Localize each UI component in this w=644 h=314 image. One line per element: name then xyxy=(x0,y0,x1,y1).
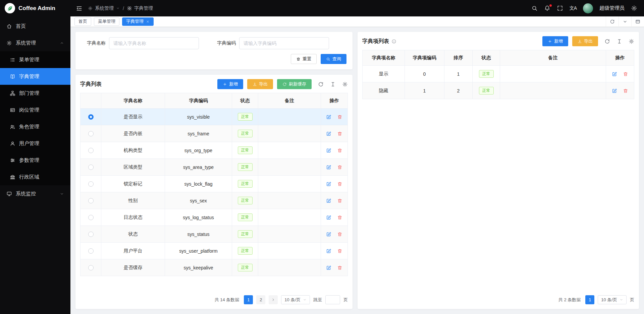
row-radio[interactable] xyxy=(88,148,94,153)
row-radio[interactable] xyxy=(88,165,94,170)
table-settings-button[interactable] xyxy=(629,39,634,44)
sidebar-item-role-mgmt[interactable]: 角色管理 xyxy=(0,118,70,135)
table-row[interactable]: 显示 0 1 正常 xyxy=(363,66,634,82)
delete-row-button[interactable] xyxy=(337,165,342,170)
sidebar-item-menu-mgmt[interactable]: 菜单管理 xyxy=(0,51,70,68)
page-size-select[interactable]: 10 条/页 xyxy=(598,295,627,304)
page-button-1[interactable]: 1 xyxy=(585,295,594,304)
delete-row-button[interactable] xyxy=(337,265,342,270)
sidebar-item-monitor[interactable]: 系统监控 xyxy=(0,185,70,202)
close-icon[interactable] xyxy=(146,20,150,23)
table-row[interactable]: 是否显示 sys_visible 正常 xyxy=(80,109,348,125)
sidebar-item-home[interactable]: 首页 xyxy=(0,18,70,35)
table-row[interactable]: 是否内嵌 sys_frame 正常 xyxy=(80,125,348,142)
delete-row-button[interactable] xyxy=(337,215,342,220)
table-row[interactable]: 锁定标记 sys_lock_flag 正常 xyxy=(80,176,348,192)
refresh-table-button[interactable] xyxy=(318,81,324,87)
maximize-content-button[interactable] xyxy=(631,16,644,26)
row-radio[interactable] xyxy=(88,265,94,270)
table-settings-button[interactable] xyxy=(342,81,348,87)
menu-fold-button[interactable] xyxy=(76,5,83,12)
page-button-2[interactable]: 2 xyxy=(256,295,265,304)
delete-row-button[interactable] xyxy=(337,248,342,254)
row-radio[interactable] xyxy=(88,198,94,203)
row-radio[interactable] xyxy=(88,215,94,220)
table-row[interactable]: 用户平台 sys_user_platform 正常 xyxy=(80,243,348,259)
jump-page-input[interactable] xyxy=(325,295,340,304)
edit-row-button[interactable] xyxy=(326,165,331,170)
tab-dict-mgmt[interactable]: 字典管理 xyxy=(122,17,154,26)
username[interactable]: 超级管理员 xyxy=(599,5,625,11)
table-density-button[interactable] xyxy=(616,39,622,44)
add-dict-button[interactable]: 新增 xyxy=(217,79,243,89)
sidebar-item-user-mgmt[interactable]: 用户管理 xyxy=(0,135,70,152)
edit-row-button[interactable] xyxy=(326,232,331,237)
edit-row-button[interactable] xyxy=(612,88,617,93)
table-density-button[interactable] xyxy=(330,81,336,87)
delete-row-button[interactable] xyxy=(337,148,342,153)
row-radio[interactable] xyxy=(88,248,94,254)
delete-row-button[interactable] xyxy=(337,181,342,187)
reset-button[interactable]: 重置 xyxy=(291,54,317,64)
refresh-tab-button[interactable] xyxy=(606,16,619,26)
edit-row-button[interactable] xyxy=(326,198,331,203)
delete-row-button[interactable] xyxy=(337,131,342,136)
settings-button[interactable] xyxy=(631,5,637,11)
sidebar-item-system[interactable]: 系统管理 xyxy=(0,35,70,51)
breadcrumb-system[interactable]: 系统管理 xyxy=(95,5,114,11)
tab-home[interactable]: 首页 xyxy=(74,17,91,26)
edit-row-button[interactable] xyxy=(326,215,331,220)
edit-row-button[interactable] xyxy=(326,248,331,254)
row-radio[interactable] xyxy=(88,131,94,136)
table-row[interactable]: 区域类型 sys_area_type 正常 xyxy=(80,159,348,176)
delete-row-button[interactable] xyxy=(623,88,628,93)
edit-row-button[interactable] xyxy=(326,114,331,120)
fullscreen-button[interactable] xyxy=(557,5,563,11)
edit-icon xyxy=(326,131,331,136)
row-radio[interactable] xyxy=(88,232,94,237)
row-radio[interactable] xyxy=(88,114,94,120)
delete-row-button[interactable] xyxy=(337,114,342,120)
dict-code-input[interactable] xyxy=(239,37,329,49)
topbar-actions: 文A 超级管理员 xyxy=(531,3,637,13)
edit-row-button[interactable] xyxy=(326,131,331,136)
tab-options-button[interactable] xyxy=(619,16,631,26)
table-row[interactable]: 隐藏 1 2 正常 xyxy=(363,82,634,99)
table-row[interactable]: 性别 sys_sex 正常 xyxy=(80,192,348,209)
refresh-cache-button[interactable]: 刷新缓存 xyxy=(277,79,312,89)
item-sort-cell: 2 xyxy=(444,82,473,99)
next-page-button[interactable] xyxy=(269,295,278,304)
edit-row-button[interactable] xyxy=(326,148,331,153)
table-row[interactable]: 机构类型 sys_org_type 正常 xyxy=(80,142,348,159)
table-row[interactable]: 日志状态 sys_log_status 正常 xyxy=(80,209,348,226)
global-search-button[interactable] xyxy=(531,5,538,11)
notifications-button[interactable] xyxy=(544,5,550,11)
table-row[interactable]: 是否缓存 sys_keepalive 正常 xyxy=(80,259,348,276)
sidebar-item-post-mgmt[interactable]: 岗位管理 xyxy=(0,102,70,118)
delete-row-button[interactable] xyxy=(337,232,342,237)
edit-row-button[interactable] xyxy=(326,181,331,187)
edit-row-button[interactable] xyxy=(326,265,331,270)
add-dict-item-button[interactable]: 新增 xyxy=(542,36,568,46)
dict-name-cell: 是否缓存 xyxy=(101,259,165,276)
export-dict-button[interactable]: 导出 xyxy=(247,79,273,89)
edit-row-button[interactable] xyxy=(612,71,617,77)
translate-button[interactable]: 文A xyxy=(570,5,577,11)
row-radio[interactable] xyxy=(88,181,94,187)
dict-name-input[interactable] xyxy=(109,37,199,49)
sidebar-item-region[interactable]: 行政区域 xyxy=(0,169,70,185)
refresh-table-button[interactable] xyxy=(604,39,610,44)
table-row[interactable]: 状态 sys_status 正常 xyxy=(80,226,348,243)
page-button-1[interactable]: 1 xyxy=(244,295,253,304)
page-size-select[interactable]: 10 条/页 xyxy=(281,295,310,304)
sidebar-item-dept-mgmt[interactable]: 部门管理 xyxy=(0,85,70,102)
delete-row-button[interactable] xyxy=(623,71,628,77)
sidebar-item-dict-mgmt[interactable]: 字典管理 xyxy=(0,68,70,85)
query-button[interactable]: 查询 xyxy=(321,54,346,64)
sidebar-item-param-mgmt[interactable]: 参数管理 xyxy=(0,152,70,169)
delete-row-button[interactable] xyxy=(337,198,342,203)
avatar[interactable] xyxy=(583,3,593,13)
export-dict-items-button[interactable]: 导出 xyxy=(572,36,598,46)
sliders-icon xyxy=(10,158,15,163)
tab-menu-mgmt[interactable]: 菜单管理 xyxy=(94,17,119,26)
